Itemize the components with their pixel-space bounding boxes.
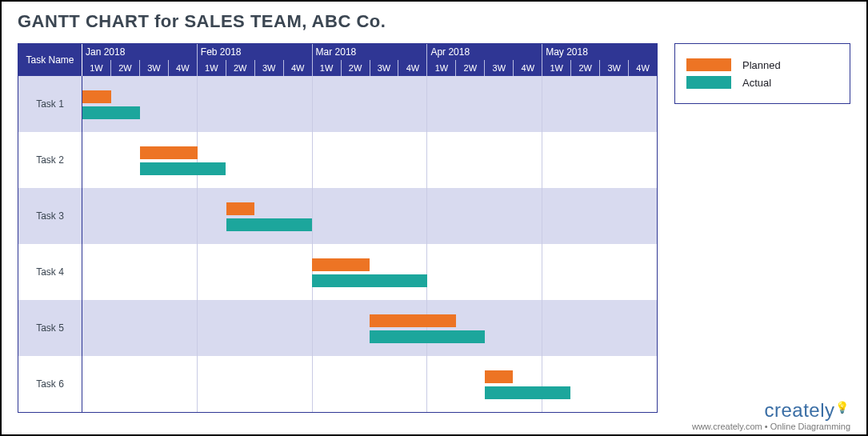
planned-bar bbox=[140, 146, 198, 159]
brand-tagline: www.creately.com • Online Diagramming bbox=[692, 422, 850, 431]
brand-name: creately bbox=[764, 399, 834, 422]
week-header: 2W bbox=[342, 60, 370, 76]
task-grid bbox=[82, 132, 657, 188]
week-header: 4W bbox=[398, 60, 427, 76]
brand-logo: creately 💡 bbox=[692, 399, 850, 422]
task-row: Task 5 bbox=[18, 300, 657, 356]
month-header: Jan 2018 bbox=[82, 44, 198, 60]
task-name-cell: Task 1 bbox=[18, 76, 82, 132]
week-header: 3W bbox=[600, 60, 629, 76]
month-header: May 2018 bbox=[542, 44, 657, 60]
planned-bar bbox=[226, 202, 255, 215]
task-grid bbox=[82, 76, 657, 132]
week-header: 1W bbox=[427, 60, 456, 76]
week-header: 2W bbox=[111, 60, 140, 76]
task-grid bbox=[82, 188, 657, 244]
legend-planned: Planned bbox=[686, 58, 838, 71]
week-header: 1W bbox=[198, 60, 226, 76]
task-grid bbox=[82, 300, 657, 356]
lightbulb-icon: 💡 bbox=[835, 401, 850, 414]
task-name-cell: Task 3 bbox=[18, 188, 82, 244]
planned-bar bbox=[82, 90, 111, 103]
week-header: 3W bbox=[370, 60, 399, 76]
gantt-chart: Task Name Jan 2018Feb 2018Mar 2018Apr 20… bbox=[18, 43, 658, 413]
gantt-body: Task 1Task 2Task 3Task 4Task 5Task 6 bbox=[18, 76, 657, 412]
task-row: Task 3 bbox=[18, 188, 657, 244]
week-header: 1W bbox=[82, 60, 111, 76]
actual-bar bbox=[485, 386, 571, 399]
task-grid bbox=[82, 244, 657, 300]
task-row: Task 4 bbox=[18, 244, 657, 300]
legend-actual: Actual bbox=[686, 76, 838, 89]
planned-bar bbox=[370, 314, 456, 327]
actual-bar bbox=[226, 218, 313, 231]
actual-swatch bbox=[686, 76, 731, 89]
page-title: GANTT CHART for SALES TEAM, ABC Co. bbox=[2, 2, 866, 38]
task-grid bbox=[82, 356, 657, 412]
week-header: 2W bbox=[571, 60, 600, 76]
actual-bar bbox=[140, 162, 226, 175]
task-name-cell: Task 4 bbox=[18, 244, 82, 300]
legend-actual-label: Actual bbox=[742, 77, 771, 89]
actual-bar bbox=[370, 330, 485, 343]
task-name-cell: Task 2 bbox=[18, 132, 82, 188]
planned-bar bbox=[312, 258, 370, 271]
legend-planned-label: Planned bbox=[742, 59, 781, 71]
week-header: 2W bbox=[456, 60, 485, 76]
week-header: 4W bbox=[514, 60, 542, 76]
week-header: 2W bbox=[226, 60, 255, 76]
month-header: Mar 2018 bbox=[313, 44, 428, 60]
week-header: 4W bbox=[169, 60, 198, 76]
gantt-header: Task Name Jan 2018Feb 2018Mar 2018Apr 20… bbox=[18, 44, 657, 76]
month-header: Feb 2018 bbox=[198, 44, 313, 60]
task-name-header: Task Name bbox=[18, 44, 82, 76]
task-name-cell: Task 5 bbox=[18, 300, 82, 356]
task-row: Task 6 bbox=[18, 356, 657, 412]
week-header: 4W bbox=[629, 60, 657, 76]
week-header: 4W bbox=[284, 60, 313, 76]
month-header: Apr 2018 bbox=[427, 44, 542, 60]
week-header: 3W bbox=[485, 60, 514, 76]
week-header: 3W bbox=[140, 60, 169, 76]
actual-bar bbox=[82, 106, 140, 119]
task-name-cell: Task 6 bbox=[18, 356, 82, 412]
week-header: 1W bbox=[313, 60, 342, 76]
task-row: Task 2 bbox=[18, 132, 657, 188]
planned-bar bbox=[485, 370, 514, 383]
legend: Planned Actual bbox=[674, 43, 850, 104]
week-header: 1W bbox=[542, 60, 571, 76]
footer: creately 💡 www.creately.com • Online Dia… bbox=[692, 399, 850, 431]
week-header: 3W bbox=[255, 60, 284, 76]
actual-bar bbox=[312, 274, 427, 287]
planned-swatch bbox=[686, 58, 731, 71]
task-row: Task 1 bbox=[18, 76, 657, 132]
